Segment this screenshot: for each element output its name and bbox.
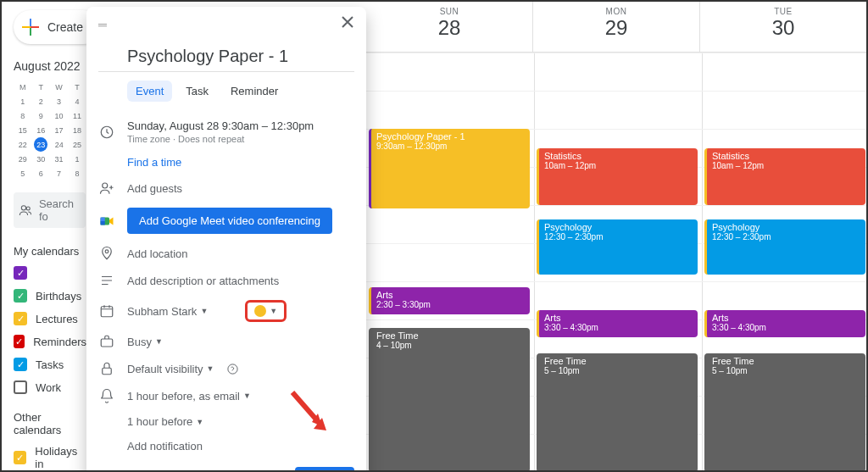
mini-cal-day[interactable]: 24	[50, 137, 68, 152]
svg-point-0	[21, 206, 25, 210]
help-icon[interactable]	[226, 363, 239, 375]
mini-cal-day[interactable]: 17	[50, 123, 68, 137]
calendar-event[interactable]: Arts3:30 – 4:30pm	[704, 310, 865, 337]
svg-rect-10	[103, 368, 112, 375]
tab-event[interactable]: Event	[127, 81, 172, 102]
save-button[interactable]: Save	[295, 467, 354, 472]
mini-cal-day[interactable]: 8	[14, 108, 31, 123]
grid-body[interactable]: Psychology Paper - 19:30am – 12:30pmStat…	[366, 53, 866, 472]
mini-cal-day[interactable]: 29	[14, 152, 31, 166]
add-notification-link[interactable]: Add notification	[127, 440, 203, 453]
chevron-down-icon: ▼	[155, 337, 163, 346]
notification-2-dropdown[interactable]: 1 hour before ▼	[127, 415, 203, 428]
svg-rect-6	[101, 221, 105, 225]
calendar-event[interactable]: Psychology Paper - 19:30am – 12:30pm	[369, 129, 530, 208]
mini-calendar-month: August 2022	[14, 59, 86, 73]
meet-icon	[98, 214, 115, 229]
mini-cal-day[interactable]: 6	[31, 166, 49, 180]
people-icon	[19, 203, 32, 218]
calendar-event[interactable]: Arts3:30 – 4:30pm	[537, 310, 698, 337]
calendar-event[interactable]: Psychology12:30 – 2:30pm	[704, 219, 865, 275]
calendar-checkbox-item[interactable]: ✓Birthdays	[14, 289, 86, 303]
add-location-row[interactable]: Add location	[98, 240, 354, 267]
guests-icon	[98, 180, 115, 196]
svg-point-3	[103, 183, 108, 188]
mini-cal-day[interactable]: 10	[50, 108, 68, 123]
briefcase-icon	[98, 334, 115, 349]
calendar-event[interactable]: Statistics10am – 12pm	[537, 148, 698, 205]
availability-dropdown[interactable]: Busy ▼	[127, 336, 163, 348]
tab-task[interactable]: Task	[177, 81, 217, 102]
lock-icon	[98, 361, 115, 376]
checkbox-icon: ✓	[14, 266, 27, 280]
add-guests-row[interactable]: Add guests	[98, 175, 354, 202]
calendar-checkbox-item[interactable]: ✓Reminders	[14, 335, 86, 348]
add-description-row[interactable]: Add description or attachments	[98, 267, 354, 294]
mini-cal-day[interactable]: 18	[68, 123, 86, 137]
day-header[interactable]: TUE30	[699, 2, 866, 52]
mini-cal-day[interactable]: 11	[68, 108, 86, 123]
day-headers: SUN28MON29TUE30	[366, 2, 866, 53]
drag-handle-icon[interactable]: ═	[98, 18, 107, 31]
calendar-event[interactable]: Free Time4 – 10pm	[369, 328, 530, 472]
calendar-owner-dropdown[interactable]: Subham Stark ▼	[127, 305, 208, 318]
mini-cal-day[interactable]: 1	[68, 152, 86, 166]
mini-cal-day[interactable]: 16	[31, 123, 49, 137]
mini-cal-day[interactable]: 8	[68, 166, 86, 180]
calendar-checkbox-item[interactable]: Work	[14, 380, 86, 394]
calendar-event[interactable]: Psychology12:30 – 2:30pm	[537, 219, 698, 275]
svg-rect-9	[101, 339, 113, 347]
my-calendars-list: ✓✓Birthdays✓Lectures✓Reminders✓TasksWork	[14, 266, 86, 394]
event-type-tabs: Event Task Reminder	[98, 81, 354, 102]
find-time-link[interactable]: Find a time	[127, 156, 181, 169]
datetime-row[interactable]: Sunday, August 28 9:30am – 12:30pm Time …	[98, 114, 354, 150]
mini-cal-day[interactable]: 5	[14, 166, 31, 180]
calendar-checkbox-item[interactable]: ✓	[14, 266, 86, 280]
calendar-checkbox-item[interactable]: ✓Tasks	[14, 358, 86, 371]
mini-cal-day[interactable]: 3	[50, 94, 68, 108]
checkbox-icon: ✓	[14, 358, 27, 371]
calendar-event[interactable]: Arts2:30 – 3:30pm	[369, 287, 530, 314]
svg-rect-5	[101, 217, 105, 221]
bell-icon	[98, 388, 115, 403]
chevron-down-icon: ▼	[243, 391, 251, 400]
other-calendars-title: Other calendars	[14, 411, 86, 436]
mini-cal-day[interactable]: 4	[68, 94, 86, 108]
sidebar: Create August 2022 MTWTFSS12345678910111…	[2, 2, 86, 470]
day-header[interactable]: SUN28	[366, 2, 532, 52]
mini-cal-day[interactable]: 15	[14, 123, 31, 137]
tab-reminder[interactable]: Reminder	[222, 81, 287, 102]
mini-cal-day[interactable]: 31	[50, 152, 68, 166]
calendar-event[interactable]: Free Time5 – 10pm	[704, 353, 865, 472]
close-button[interactable]	[341, 15, 354, 33]
mini-cal-day[interactable]: 7	[50, 166, 68, 180]
mini-cal-day[interactable]: 1	[14, 94, 31, 108]
calendar-checkbox-item[interactable]: ✓Lectures	[14, 312, 86, 325]
mini-cal-day[interactable]: 25	[68, 137, 86, 152]
search-people-input[interactable]: Search fo	[14, 192, 86, 228]
my-calendars-title: My calendars	[14, 245, 86, 258]
checkbox-icon: ✓	[14, 312, 27, 325]
mini-cal-day[interactable]: 9	[31, 108, 49, 123]
chevron-down-icon: ▼	[196, 418, 203, 426]
plus-icon	[22, 19, 39, 36]
visibility-dropdown[interactable]: Default visibility ▼	[127, 363, 214, 375]
calendar-checkbox-item[interactable]: ✓Holidays in	[14, 445, 86, 470]
other-calendars-list: ✓Holidays in	[14, 445, 86, 470]
event-title-input[interactable]: Psychology Paper - 1	[98, 42, 354, 72]
day-header[interactable]: MON29	[532, 2, 699, 52]
calendar-event[interactable]: Free Time5 – 10pm	[537, 353, 698, 472]
event-color-picker[interactable]: ▼	[245, 300, 287, 322]
mini-cal-day[interactable]: 23	[34, 137, 48, 152]
checkbox-icon: ✓	[14, 289, 27, 303]
add-meet-button[interactable]: Add Google Meet video conferencing	[127, 208, 332, 234]
calendar-event[interactable]: Statistics10am – 12pm	[704, 148, 865, 205]
event-editor-modal: ═ Psychology Paper - 1 Event Task Remind…	[86, 7, 366, 472]
mini-cal-day[interactable]: 30	[31, 152, 49, 166]
mini-cal-day[interactable]: 22	[14, 137, 31, 152]
mini-cal-day[interactable]: 2	[31, 94, 49, 108]
description-icon	[98, 273, 115, 288]
checkbox-icon	[14, 380, 27, 394]
notification-1-dropdown[interactable]: 1 hour before, as email ▼	[127, 390, 251, 403]
calendar-grid: SUN28MON29TUE30 Psychology Paper - 19:30…	[366, 2, 866, 470]
